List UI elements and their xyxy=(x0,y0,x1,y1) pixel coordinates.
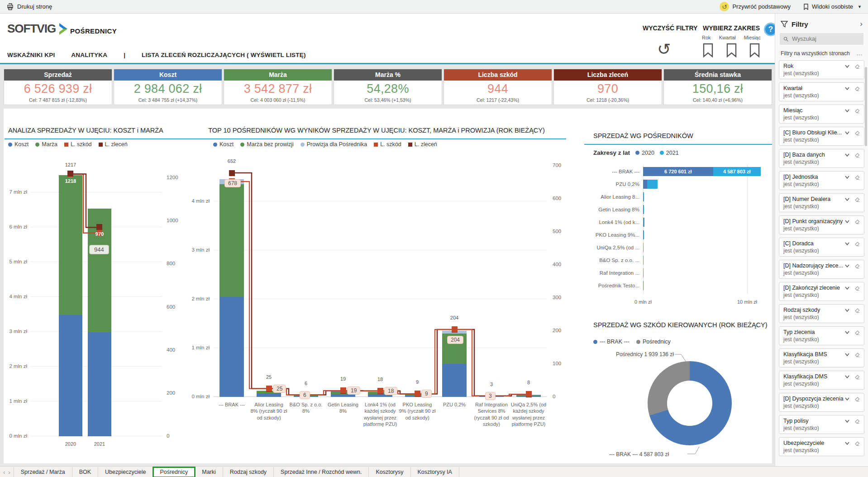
bookmark-kwartał-button[interactable] xyxy=(725,43,738,58)
hbar-2021-b-o-sp-z-o-o[interactable] xyxy=(643,256,644,265)
chevron-down-icon[interactable] xyxy=(844,264,850,268)
hbar-2021-getin-leasin[interactable] xyxy=(644,205,644,214)
line-marker[interactable] xyxy=(266,386,272,391)
hbar-2021-uniqa-2-5-od[interactable] xyxy=(643,243,644,252)
restore-default-button[interactable]: ↺ Przywróć podstawowy xyxy=(720,2,791,11)
chevron-down-icon[interactable] xyxy=(844,175,850,179)
eraser-icon[interactable] xyxy=(854,219,860,224)
bottom-tab-sprzedaż-inne-rozchód-we[interactable]: Sprzedaż Inne / Rozchód wewn. xyxy=(274,467,369,477)
report-tab-analityka[interactable]: ANALITYKA xyxy=(71,52,107,58)
eraser-icon[interactable] xyxy=(854,63,860,69)
line-marker[interactable] xyxy=(229,170,235,176)
chevron-down-icon[interactable] xyxy=(844,375,850,379)
chevron-down-icon[interactable] xyxy=(844,353,850,357)
bookmark-miesiąc-button[interactable] xyxy=(749,43,761,58)
chevron-down-icon[interactable] xyxy=(844,197,850,201)
kpi-card-liczba-zleceń[interactable]: Liczba zleceń970Cel: 1218 (-20,36%) xyxy=(553,69,662,105)
more-options-button[interactable]: ... xyxy=(857,50,863,57)
report-tab-lista-zleceń-rozliczając[interactable]: LISTA ZLECEŃ ROZLICZAJĄCYCH ( WYŚWIETL L… xyxy=(142,52,306,58)
chevron-down-icon[interactable] xyxy=(844,419,850,423)
eraser-icon[interactable] xyxy=(854,418,860,424)
line-marker[interactable] xyxy=(377,388,383,394)
chevron-down-icon[interactable] xyxy=(844,64,850,68)
bottom-tab-pośrednicy[interactable]: Pośrednicy xyxy=(153,467,195,477)
eraser-icon[interactable] xyxy=(854,263,860,269)
kpi-card-koszt[interactable]: Koszt2 984 062 złCel: 3 484 755 zł (+14,… xyxy=(114,69,222,105)
kpi-card-średnia-stawka[interactable]: Średnia stawka150,16 złCel: 140,40 zł (+… xyxy=(663,69,772,105)
line-marker[interactable] xyxy=(96,224,102,230)
filter-card-d-zakończył-zlecenie[interactable]: [D] Zakończył zleceniejest (wszystko) xyxy=(779,282,864,301)
eraser-icon[interactable] xyxy=(854,152,860,158)
filter-card-c-doradca[interactable]: [C] Doradcajest (wszystko) xyxy=(779,238,864,257)
filter-card-c-biuro-obsługi-klie[interactable]: [C] Biuro Obsługi Klie...jest (wszystko) xyxy=(779,127,864,146)
filter-card-miesiąc[interactable]: Miesiącjest (wszystko) xyxy=(779,105,864,124)
eraser-icon[interactable] xyxy=(854,307,860,313)
chevron-down-icon[interactable] xyxy=(844,242,850,246)
eraser-icon[interactable] xyxy=(854,86,860,91)
hbar-2021-pzu-0-2[interactable] xyxy=(647,180,658,189)
bottom-tab-marki[interactable]: Marki xyxy=(195,467,223,477)
chevron-down-icon[interactable] xyxy=(844,330,850,334)
bottom-tab-kosztorysy[interactable]: Kosztorysy xyxy=(369,467,410,477)
filter-card-klasyfikacja-dms[interactable]: Klasyfikacja DMSjest (wszystko) xyxy=(779,371,864,390)
chevron-down-icon[interactable] xyxy=(844,109,850,113)
kpi-card-marża[interactable]: Marża %54,28%Cel: 53,46% (+1,53%) xyxy=(334,69,442,105)
filter-card-d-nadzorujący-zlece[interactable]: [D] Nadzorujący zlece...jest (wszystko) xyxy=(779,260,864,279)
eraser-icon[interactable] xyxy=(854,374,860,380)
filter-card-typ-polisy[interactable]: Typ polisyjest (wszystko) xyxy=(779,415,864,434)
bottom-tab-rodzaj-szkody[interactable]: Rodzaj szkody xyxy=(223,467,274,477)
bottom-tab-sprzedaż-marża[interactable]: Sprzedaż / Marża xyxy=(14,467,72,477)
chevron-right-icon[interactable]: › xyxy=(8,469,13,476)
scrollbar-thumb[interactable] xyxy=(865,67,867,146)
line-marker[interactable] xyxy=(67,171,73,176)
eraser-icon[interactable] xyxy=(854,285,860,291)
chevron-down-icon[interactable] xyxy=(844,86,850,91)
personal-views-button[interactable]: Widoki osobiste ▼ xyxy=(803,3,862,10)
bookmark-rok-button[interactable] xyxy=(702,43,714,58)
chevron-down-icon[interactable] xyxy=(844,131,850,135)
eraser-icon[interactable] xyxy=(854,196,860,202)
filter-card-typ-zlecenia[interactable]: Typ zleceniajest (wszystko) xyxy=(779,326,864,345)
eraser-icon[interactable] xyxy=(854,108,860,114)
eraser-icon[interactable] xyxy=(854,352,860,358)
filter-card-d-baza-danych[interactable]: [D] Baza danychjest (wszystko) xyxy=(779,149,864,168)
filter-card-rodzaj-szkody[interactable]: Rodzaj szkodyjest (wszystko) xyxy=(779,304,864,323)
eraser-icon[interactable] xyxy=(854,241,860,247)
kpi-card-sprzedaż[interactable]: Sprzedaż6 526 939 złCel: 7 487 815 zł (-… xyxy=(4,69,112,105)
line-marker[interactable] xyxy=(415,391,420,396)
search-input[interactable] xyxy=(791,35,860,43)
clear-filters-button[interactable]: WYCZYŚĆ FILTRY xyxy=(643,24,697,32)
eraser-icon[interactable] xyxy=(854,174,860,180)
line-marker[interactable] xyxy=(452,326,458,332)
filter-card-klasyfikacja-bms[interactable]: Klasyfikacja BMSjest (wszystko) xyxy=(779,348,864,367)
print-page-button[interactable]: Drukuj stronę xyxy=(6,3,52,10)
chevron-down-icon[interactable] xyxy=(844,219,850,224)
report-tab-wskaźniki-kpi[interactable]: WSKAŹNIKI KPI xyxy=(7,52,55,58)
chevron-down-icon[interactable] xyxy=(844,153,850,157)
hbar-2020-pzu-0-2[interactable] xyxy=(643,180,647,189)
filter-card-ubezpieczyciele[interactable]: Ubezpieczycielejest (wszystko) xyxy=(779,437,864,456)
chevron-left-icon[interactable]: ‹ xyxy=(0,469,8,476)
chevron-down-icon[interactable] xyxy=(844,441,850,445)
chevron-down-icon[interactable] xyxy=(844,286,850,290)
filter-card-d-numer-dealera[interactable]: [D] Numer Dealerajest (wszystko) xyxy=(779,193,864,212)
hbar-2021-pko-leasing-[interactable] xyxy=(644,230,644,239)
hbar-2021-alior-leasin[interactable] xyxy=(644,192,644,201)
filter-card-d-punkt-organizacyjny[interactable]: [D] Punkt organizacyjnyjest (wszystko) xyxy=(779,215,864,234)
kpi-card-liczba-szkód[interactable]: Liczba szkód944Cel: 1217 (-22,43%) xyxy=(444,69,552,105)
eraser-icon[interactable] xyxy=(854,440,860,446)
filter-card-kwartał[interactable]: Kwartałjest (wszystko) xyxy=(779,82,864,101)
kpi-card-marża[interactable]: Marża3 542 877 złCel: 4 003 060 zł (-11,… xyxy=(224,69,332,105)
eraser-icon[interactable] xyxy=(854,396,860,402)
eraser-icon[interactable] xyxy=(854,130,860,136)
collapse-panel-icon[interactable]: › xyxy=(860,19,863,29)
filter-card-d-jednostka[interactable]: [D] Jednostkajest (wszystko) xyxy=(779,171,864,190)
bottom-tab-ubezpieczyciele[interactable]: Ubezpieczyciele xyxy=(98,467,153,477)
bottom-tab-bok[interactable]: BOK xyxy=(72,467,98,477)
line-marker[interactable] xyxy=(340,387,346,393)
bottom-tab-kosztorysy-ia[interactable]: Kosztorysy IA xyxy=(411,467,459,477)
eraser-icon[interactable] xyxy=(854,329,860,335)
line-marker[interactable] xyxy=(526,391,532,397)
chevron-down-icon[interactable] xyxy=(844,397,850,401)
undo-icon[interactable]: ↺ xyxy=(657,40,671,59)
